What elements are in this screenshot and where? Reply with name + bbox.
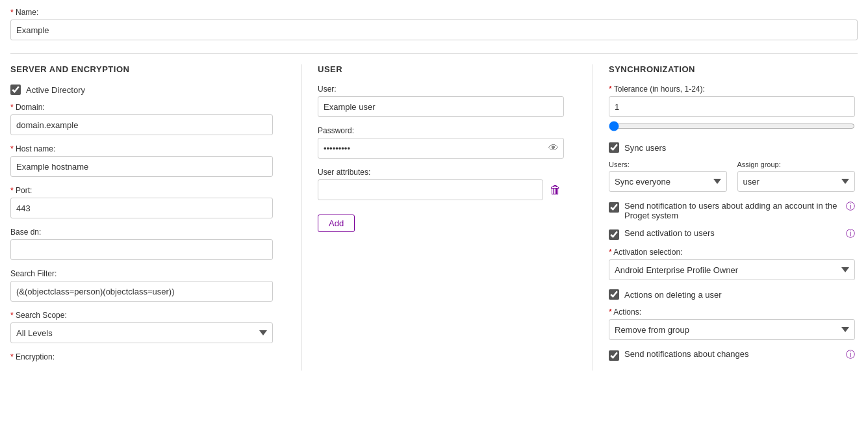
domain-field: * Domain: bbox=[10, 103, 273, 135]
sync-users-row: Sync users bbox=[609, 142, 855, 153]
sync-users-label: Sync users bbox=[624, 143, 666, 153]
user-attributes-field: User attributes: 🗑 bbox=[318, 168, 564, 200]
main-content: SERVER AND ENCRYPTION Active Directory *… bbox=[10, 53, 858, 371]
name-input[interactable] bbox=[10, 20, 858, 40]
sync-section-title: SYNCHRONIZATION bbox=[609, 64, 855, 74]
notif-add-account-row: Send notification to users about adding … bbox=[609, 201, 855, 220]
active-directory-label: Active Directory bbox=[26, 85, 85, 95]
password-field: Password: 👁 bbox=[318, 126, 564, 159]
actions-field: * Actions: Remove from group Disable Del… bbox=[609, 307, 855, 340]
activation-selection-select[interactable]: Android Enterprise Profile Owner Standar… bbox=[609, 259, 855, 280]
eye-icon[interactable]: 👁 bbox=[548, 142, 559, 154]
domain-input[interactable] bbox=[10, 114, 273, 135]
server-section-title: SERVER AND ENCRYPTION bbox=[10, 64, 273, 74]
delete-attribute-button[interactable]: 🗑 bbox=[547, 184, 564, 196]
assign-group-dropdown-group: Assign group: user admin viewer bbox=[737, 161, 856, 192]
search-scope-select[interactable]: All Levels Single Level Base bbox=[10, 322, 273, 343]
active-directory-row: Active Directory bbox=[10, 85, 273, 95]
notif-add-account-label: Send notification to users about adding … bbox=[624, 201, 841, 220]
sync-users-group-row: Users: Sync everyone Sync selected Assig… bbox=[609, 161, 855, 192]
basedn-input[interactable] bbox=[10, 239, 273, 260]
name-label: * Name: bbox=[10, 8, 858, 17]
add-button[interactable]: Add bbox=[318, 215, 355, 232]
server-section: SERVER AND ENCRYPTION Active Directory *… bbox=[10, 64, 275, 371]
sync-section: SYNCHRONIZATION * Tolerance (in hours, 1… bbox=[593, 64, 858, 371]
activation-selection-field: * Activation selection: Android Enterpri… bbox=[609, 248, 855, 280]
tolerance-field: * Tolerance (in hours, 1-24): bbox=[609, 85, 855, 133]
notif-add-info-icon[interactable]: ⓘ bbox=[846, 201, 855, 213]
actions-on-delete-label: Actions on deleting a user bbox=[624, 290, 722, 300]
user-field: User: bbox=[318, 85, 564, 117]
search-scope-field: * Search Scope: All Levels Single Level … bbox=[10, 311, 273, 343]
basedn-field: Base dn: bbox=[10, 228, 273, 260]
send-activation-checkbox[interactable] bbox=[609, 229, 619, 240]
active-directory-checkbox[interactable] bbox=[10, 85, 21, 95]
search-filter-input[interactable] bbox=[10, 281, 273, 302]
user-section: USER User: Password: 👁 User attributes: … bbox=[301, 64, 567, 371]
user-input[interactable] bbox=[318, 96, 564, 117]
password-input[interactable] bbox=[318, 138, 564, 159]
sync-users-checkbox[interactable] bbox=[609, 142, 619, 153]
send-notif-changes-info-icon[interactable]: ⓘ bbox=[846, 349, 855, 361]
send-activation-row: Send activation to users ⓘ bbox=[609, 228, 855, 240]
name-section: * Name: bbox=[10, 8, 858, 40]
port-field: * Port: bbox=[10, 186, 273, 218]
tolerance-slider[interactable] bbox=[609, 121, 855, 131]
encryption-field: * Encryption: bbox=[10, 352, 273, 361]
send-activation-label: Send activation to users bbox=[624, 228, 841, 238]
notif-add-account-checkbox[interactable] bbox=[609, 202, 619, 213]
user-attribute-input[interactable] bbox=[318, 179, 543, 200]
hostname-input[interactable] bbox=[10, 156, 273, 177]
password-wrapper: 👁 bbox=[318, 138, 564, 159]
tolerance-input[interactable] bbox=[609, 96, 855, 117]
actions-on-delete-checkbox[interactable] bbox=[609, 289, 619, 300]
assign-group-select[interactable]: user admin viewer bbox=[737, 171, 856, 192]
actions-on-delete-row: Actions on deleting a user bbox=[609, 289, 855, 300]
send-activation-info-icon[interactable]: ⓘ bbox=[846, 228, 855, 240]
users-dropdown-group: Users: Sync everyone Sync selected bbox=[609, 161, 727, 192]
user-attr-row: 🗑 bbox=[318, 179, 564, 200]
users-select[interactable]: Sync everyone Sync selected bbox=[609, 171, 727, 192]
search-filter-field: Search Filter: bbox=[10, 269, 273, 302]
send-notif-changes-checkbox[interactable] bbox=[609, 350, 619, 361]
actions-select[interactable]: Remove from group Disable Delete bbox=[609, 319, 855, 340]
send-notif-changes-label: Send notifications about changes bbox=[624, 349, 841, 359]
hostname-field: * Host name: bbox=[10, 144, 273, 177]
port-input[interactable] bbox=[10, 198, 273, 218]
send-notif-changes-row: Send notifications about changes ⓘ bbox=[609, 349, 855, 361]
user-section-title: USER bbox=[318, 64, 564, 74]
